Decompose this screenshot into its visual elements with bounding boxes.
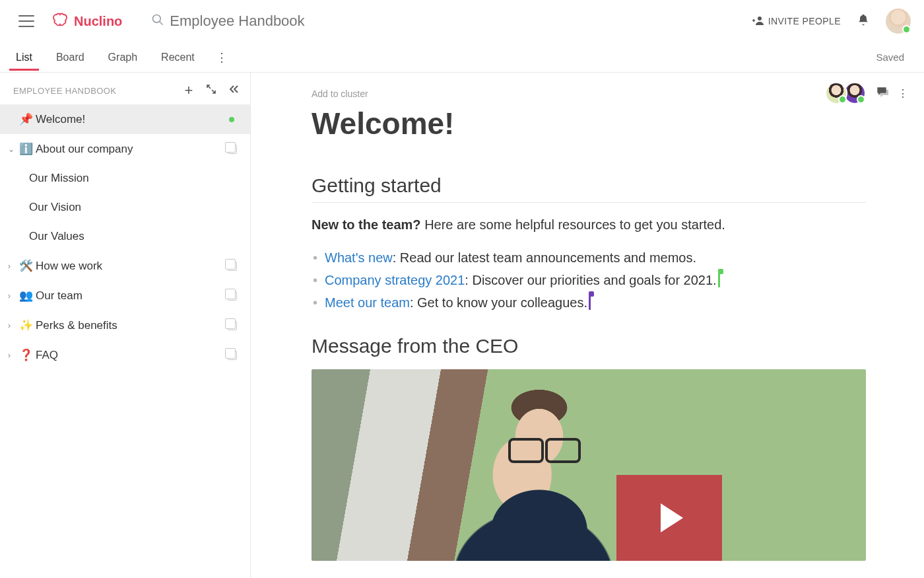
- svg-line-1: [160, 22, 163, 25]
- invite-people-button[interactable]: INVITE PEOPLE: [752, 16, 841, 27]
- sidebar-item-label: Perks & benefits: [36, 319, 228, 332]
- intro-text: New to the team? Here are some helpful r…: [312, 215, 866, 235]
- sidebar-title: EMPLOYEE HANDBOOK: [13, 86, 175, 96]
- sidebar-item-values[interactable]: Our Values: [0, 222, 250, 251]
- tab-more-button[interactable]: ⋮: [216, 50, 228, 65]
- link-meet-team[interactable]: Meet our team: [325, 295, 410, 310]
- collaborator-cursor: [718, 273, 720, 287]
- sidebar-item-label: Our team: [36, 289, 228, 303]
- tools-icon: 🛠️: [18, 259, 33, 273]
- sidebar-item-label: Welcome!: [36, 113, 229, 126]
- section-heading: Message from the CEO: [312, 335, 866, 357]
- svg-point-2: [758, 17, 762, 20]
- search-icon: [151, 13, 164, 29]
- sidebar-item-vision[interactable]: Our Vision: [0, 193, 250, 222]
- comments-icon[interactable]: [875, 85, 888, 101]
- collaborator-avatars[interactable]: [829, 82, 866, 104]
- sidebar-item-perks[interactable]: › ✨ Perks & benefits: [0, 310, 250, 340]
- add-person-icon: [752, 16, 764, 27]
- add-page-button[interactable]: +: [180, 83, 197, 98]
- sidebar-item-faq[interactable]: › ❓ FAQ: [0, 340, 250, 370]
- sidebar-item-label: FAQ: [36, 349, 228, 362]
- sidebar-item-how-we-work[interactable]: › 🛠️ How we work: [0, 251, 250, 281]
- collapse-sidebar-button[interactable]: [225, 84, 242, 97]
- chevron-right-icon: ›: [8, 262, 17, 271]
- menu-button[interactable]: [18, 15, 34, 27]
- sidebar-item-label: How we work: [36, 260, 228, 273]
- collaborator-cursor: [589, 295, 591, 310]
- cluster-icon: [228, 351, 237, 360]
- cluster-icon: [228, 262, 237, 271]
- cluster-icon: [228, 291, 237, 301]
- brain-icon: [53, 13, 70, 30]
- logo-text: Nuclino: [74, 14, 122, 29]
- page-more-button[interactable]: ⋮: [898, 87, 908, 100]
- user-avatar[interactable]: [886, 9, 911, 34]
- cluster-icon: [228, 145, 237, 154]
- sparkle-icon: ✨: [18, 318, 33, 332]
- ceo-video[interactable]: [312, 369, 866, 561]
- page-title: Welcome!: [312, 106, 866, 141]
- tab-graph[interactable]: Graph: [106, 45, 140, 70]
- section-heading: Getting started: [312, 174, 866, 203]
- list-item: Company strategy 2021: Discover our prio…: [325, 269, 866, 291]
- list-item: What's new: Read our latest team announc…: [325, 246, 866, 269]
- list-item: Meet our team: Get to know your colleagu…: [325, 291, 866, 314]
- sidebar-item-our-team[interactable]: › 👥 Our team: [0, 281, 250, 310]
- link-company-strategy[interactable]: Company strategy 2021: [325, 273, 465, 287]
- tab-recent[interactable]: Recent: [158, 45, 197, 70]
- people-icon: 👥: [18, 289, 33, 303]
- tab-board[interactable]: Board: [53, 45, 87, 70]
- svg-point-0: [153, 15, 161, 23]
- search-input[interactable]: [170, 13, 434, 30]
- chevron-down-icon: ⌄: [8, 145, 17, 154]
- info-icon: ℹ️: [18, 142, 33, 156]
- add-to-cluster-button[interactable]: Add to cluster: [312, 89, 866, 99]
- chevron-right-icon: ›: [8, 351, 17, 360]
- sidebar-item-label: About our company: [36, 143, 228, 156]
- tab-list[interactable]: List: [13, 45, 35, 70]
- question-icon: ❓: [18, 348, 33, 362]
- logo[interactable]: Nuclino: [53, 13, 122, 30]
- chevron-right-icon: ›: [8, 321, 17, 330]
- notifications-icon[interactable]: [857, 13, 870, 30]
- sidebar-item-welcome[interactable]: 📌 Welcome!: [0, 104, 250, 134]
- collaborator-avatar[interactable]: [825, 82, 847, 104]
- pin-icon: 📌: [18, 112, 33, 126]
- invite-label: INVITE PEOPLE: [768, 16, 841, 26]
- saved-status: Saved: [876, 52, 904, 63]
- cluster-icon: [228, 321, 237, 330]
- expand-icon[interactable]: [203, 84, 220, 97]
- sidebar: EMPLOYEE HANDBOOK + 📌 Welcome! ⌄ ℹ️ Abou…: [0, 73, 251, 578]
- sidebar-item-mission[interactable]: Our Mission: [0, 164, 250, 193]
- chevron-right-icon: ›: [8, 291, 17, 301]
- link-whats-new[interactable]: What's new: [325, 250, 393, 265]
- play-icon[interactable]: [616, 475, 722, 561]
- presence-dot: [229, 117, 234, 122]
- sidebar-item-about[interactable]: ⌄ ℹ️ About our company: [0, 134, 250, 164]
